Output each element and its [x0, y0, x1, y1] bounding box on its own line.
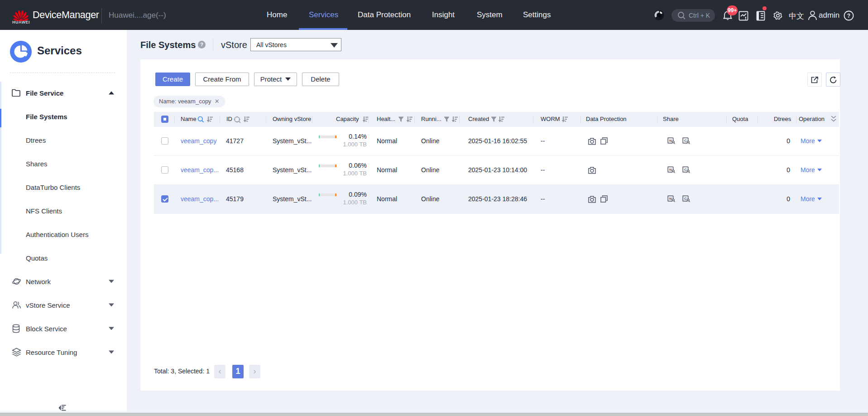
- svg-text:C: C: [684, 197, 687, 201]
- svg-text:?: ?: [847, 13, 850, 19]
- svg-text:N: N: [669, 197, 672, 201]
- svg-text:N: N: [669, 139, 672, 143]
- svg-text:C: C: [684, 168, 687, 172]
- svg-text:C: C: [684, 139, 687, 143]
- svg-text:N: N: [669, 168, 672, 172]
